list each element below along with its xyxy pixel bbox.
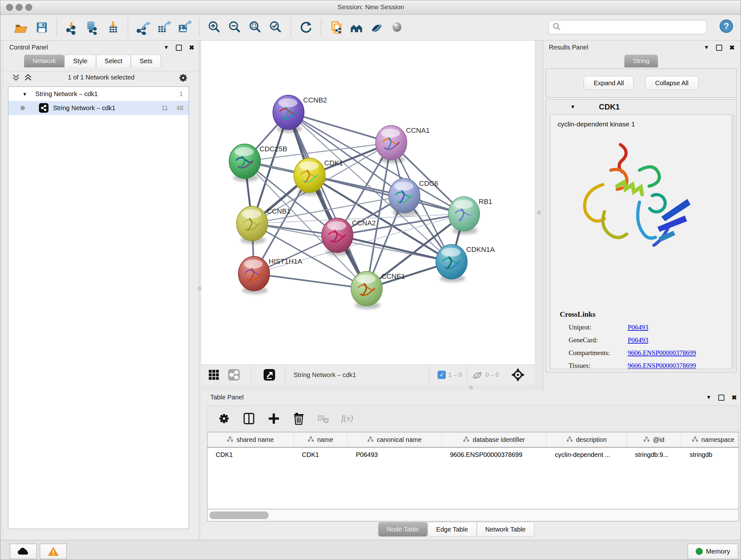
import-table-icon[interactable] xyxy=(103,17,123,38)
eye-icon[interactable] xyxy=(387,17,408,38)
tree-collapse-icon[interactable]: ▼ xyxy=(22,91,27,97)
export-network-icon[interactable] xyxy=(133,17,153,38)
import-database-icon[interactable] xyxy=(82,17,103,38)
tab-network[interactable]: Network xyxy=(24,55,64,67)
houses-icon[interactable] xyxy=(347,17,367,38)
network-tree-child-row[interactable]: String Network – cdk1 11 48 xyxy=(8,101,189,115)
crosslink-link[interactable]: P06493 xyxy=(628,336,648,344)
network-canvas[interactable]: CCNB2 CCNA1 CDC25B CDK1 xyxy=(201,41,535,364)
tab-string[interactable]: String xyxy=(624,55,658,67)
split-columns-icon[interactable] xyxy=(241,410,257,427)
cloud-button[interactable] xyxy=(10,544,37,559)
control-panel-float-icon[interactable] xyxy=(176,45,182,51)
node-label-CDC6: CDC6 xyxy=(419,179,438,187)
network-node-CDC6[interactable]: CDC6 xyxy=(389,179,438,216)
results-panel-float-icon[interactable] xyxy=(716,45,722,51)
warning-icon xyxy=(48,546,59,557)
network-node-CCNA2[interactable]: CCNA2 xyxy=(322,218,376,256)
results-panel-close-icon[interactable]: ✖ xyxy=(729,44,735,51)
edge-HIST1H1A-CCNE1[interactable] xyxy=(254,273,367,289)
column-header-shared-name[interactable]: shared name xyxy=(207,432,293,447)
crosslink-link[interactable]: 9606.ENSP00000378699 xyxy=(628,362,696,369)
zoom-in-icon[interactable] xyxy=(204,17,225,38)
zoom-fit-icon[interactable] xyxy=(245,17,266,38)
table-gear-icon[interactable] xyxy=(216,410,232,427)
search-field[interactable] xyxy=(549,20,707,34)
table-horizontal-scrollbar[interactable] xyxy=(207,509,739,521)
eye-slash-icon[interactable] xyxy=(367,17,387,38)
column-header-@id[interactable]: @id xyxy=(627,432,681,447)
control-panel-collapse-icon[interactable]: ▼ xyxy=(163,44,169,51)
warnings-button[interactable] xyxy=(40,544,67,559)
grid-view-icon[interactable] xyxy=(208,365,220,385)
network-node-CDKN1A[interactable]: CDKN1A xyxy=(436,245,495,282)
edge-CDK1-RB1[interactable] xyxy=(310,175,464,214)
import-network-icon[interactable] xyxy=(62,17,82,38)
tab-network-table[interactable]: Network Table xyxy=(477,522,534,537)
column-header-description[interactable]: description xyxy=(547,432,627,447)
table-cell[interactable]: cyclin-dependent ... xyxy=(547,448,627,462)
results-scrollbar[interactable] xyxy=(731,114,736,368)
table-cell[interactable]: CDK1 xyxy=(207,448,293,462)
help-icon[interactable]: ? xyxy=(719,19,734,35)
column-header-namespace[interactable]: namespace xyxy=(681,432,739,447)
table-cell[interactable]: stringdb xyxy=(681,448,739,462)
tab-select[interactable]: Select xyxy=(96,55,131,67)
tab-style[interactable]: Style xyxy=(64,55,96,67)
export-image-icon[interactable] xyxy=(174,17,194,38)
edge-CCNA2-CDKN1A[interactable] xyxy=(337,235,452,262)
network-node-CDC25B[interactable]: CDC25B xyxy=(229,144,287,182)
fit-selected-crosshair-icon[interactable] xyxy=(511,365,525,385)
export-table-icon[interactable] xyxy=(153,17,174,38)
expand-all-button[interactable]: Expand All xyxy=(584,76,634,90)
string-network-icon xyxy=(39,103,49,113)
open-in-new-icon[interactable] xyxy=(263,365,276,385)
control-panel-close-icon[interactable]: ✖ xyxy=(189,44,194,51)
table-panel-float-icon[interactable] xyxy=(718,395,724,401)
network-node-RB1[interactable]: RB1 xyxy=(448,197,492,234)
memory-button[interactable]: Memory xyxy=(688,544,738,559)
tab-node-table[interactable]: Node Table xyxy=(378,522,428,537)
network-options-gear-icon[interactable] xyxy=(178,72,189,85)
zoom-selected-icon[interactable] xyxy=(266,17,286,38)
refresh-icon[interactable] xyxy=(296,17,316,38)
network-node-CCNE1[interactable]: CCNE1 xyxy=(351,271,405,309)
tree-icon xyxy=(367,436,374,443)
bottom-splitter-handle[interactable] xyxy=(469,386,473,389)
right-splitter-handle[interactable] xyxy=(537,211,541,214)
tab-edge-table[interactable]: Edge Table xyxy=(428,522,477,537)
table-row[interactable]: CDK1CDK1P064939606.ENSP00000378699cyclin… xyxy=(207,448,738,462)
results-panel-collapse-icon[interactable]: ▼ xyxy=(704,44,709,51)
hidden-eye-slash-icon[interactable] xyxy=(471,369,483,380)
search-input[interactable] xyxy=(561,23,706,31)
table-panel-collapse-icon[interactable]: ▼ xyxy=(706,394,711,401)
tab-sets[interactable]: Sets xyxy=(131,55,161,67)
table-panel-close-icon[interactable]: ✖ xyxy=(731,394,737,401)
crosslink-link[interactable]: 9606.ENSP00000378699 xyxy=(628,349,696,357)
scrollbar-thumb[interactable] xyxy=(209,511,269,519)
zoom-out-icon[interactable] xyxy=(225,17,245,38)
table-cell[interactable]: stringdb:9... xyxy=(627,448,681,462)
duplicate-network-icon[interactable] xyxy=(326,17,347,38)
selected-checkbox-icon[interactable]: ✓ xyxy=(437,371,446,379)
delete-column-icon[interactable] xyxy=(290,410,307,427)
crosslink-link[interactable]: P06493 xyxy=(628,323,648,331)
table-cell[interactable]: CDK1 xyxy=(293,448,347,462)
network-node-CCNB2[interactable]: CCNB2 xyxy=(273,95,327,133)
column-header-database-identifier[interactable]: database identifier xyxy=(442,432,547,447)
network-node-CCNB1[interactable]: CCNB1 xyxy=(237,206,291,244)
network-node-CCNA1[interactable]: CCNA1 xyxy=(376,125,430,163)
column-header-canonical-name[interactable]: canonical name xyxy=(347,432,442,447)
node-count: 11 xyxy=(161,105,168,112)
collapse-all-button[interactable]: Collapse All xyxy=(645,76,698,90)
left-splitter-handle[interactable] xyxy=(198,287,201,291)
table-cell[interactable]: 9606.ENSP00000378699 xyxy=(442,448,547,462)
save-session-icon[interactable] xyxy=(31,17,52,38)
gene-collapse-icon[interactable]: ▼ xyxy=(570,104,576,110)
column-header-name[interactable]: name xyxy=(293,432,347,447)
open-session-icon[interactable] xyxy=(11,17,31,38)
network-tree-root-row[interactable]: ▼ String Network – cdk1 1 xyxy=(8,87,189,101)
table-cell[interactable]: P06493 xyxy=(347,448,442,462)
string-share-icon[interactable] xyxy=(228,365,240,385)
add-column-icon[interactable] xyxy=(266,410,282,427)
